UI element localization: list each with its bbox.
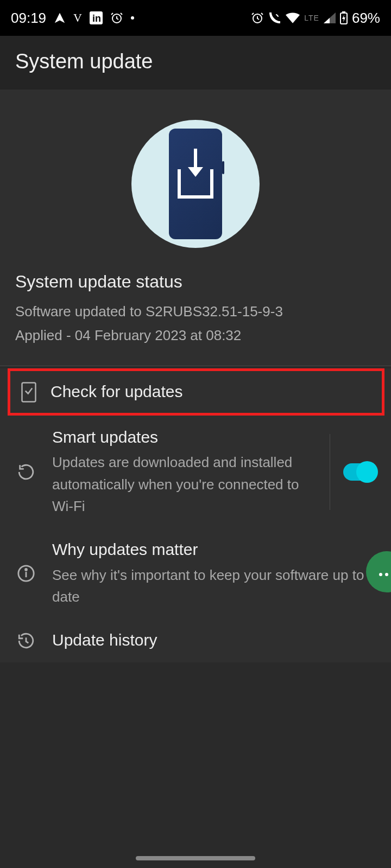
status-bar-right: LTE 69% (251, 10, 380, 27)
alarm-icon (110, 11, 123, 24)
why-updates-matter-item[interactable]: Why updates matter See why it's importan… (0, 528, 391, 618)
applied-date-text: Applied - 04 February 2023 at 08:32 (15, 323, 376, 347)
battery-charging-icon (340, 11, 348, 24)
svg-text:in: in (92, 13, 101, 24)
divider (0, 366, 391, 366)
notification-dot-icon (131, 16, 134, 20)
home-indicator[interactable] (136, 856, 255, 860)
page-title: System update (15, 50, 376, 73)
smart-updates-toggle[interactable] (343, 463, 376, 481)
why-updates-desc: See why it's important to keep your soft… (52, 564, 376, 608)
smart-updates-desc: Updates are downloaded and installed aut… (52, 451, 314, 517)
phone-download-illustration (131, 120, 260, 248)
why-updates-label: Why updates matter (52, 539, 376, 561)
svg-point-10 (379, 573, 382, 576)
smart-updates-item[interactable]: Smart updates Updates are downloaded and… (0, 416, 391, 528)
battery-text: 69% (352, 10, 380, 27)
alarm-status-icon (251, 11, 264, 24)
v-badge-icon: V (73, 11, 82, 25)
phone-check-icon (18, 381, 40, 403)
update-status-section: System update status Software updated to… (0, 90, 391, 366)
wifi-icon (286, 12, 300, 23)
lte-label: LTE (304, 14, 319, 22)
settings-menu: Check for updates Smart updates Updates … (0, 368, 391, 662)
update-history-label: Update history (52, 629, 376, 652)
software-version-text: Software updated to S2RUBS32.51-15-9-3 (15, 299, 376, 323)
svg-point-11 (385, 573, 388, 576)
phone-icon (169, 129, 222, 239)
smart-updates-label: Smart updates (52, 426, 314, 449)
phone-wifi-icon (268, 11, 281, 24)
status-text-block: System update status Software updated to… (15, 272, 376, 347)
info-icon (15, 564, 37, 583)
download-into-tray-icon (178, 169, 213, 199)
svg-point-9 (26, 569, 27, 570)
linkedin-icon: in (90, 11, 103, 24)
refresh-icon (15, 463, 37, 481)
annotation-highlight: Check for updates (8, 368, 384, 416)
status-bar: 09:19 V in LTE 69% (0, 0, 391, 36)
status-bar-left: 09:19 V in (11, 10, 134, 27)
clock-text: 09:19 (11, 10, 46, 27)
app-header: System update (0, 36, 391, 90)
update-history-item[interactable]: Update history (0, 618, 391, 662)
check-for-updates-label: Check for updates (51, 381, 374, 403)
signal-icon (324, 12, 336, 23)
status-title: System update status (15, 272, 376, 292)
check-for-updates-item[interactable]: Check for updates (10, 371, 382, 413)
svg-rect-5 (342, 11, 345, 13)
history-icon (15, 631, 37, 650)
smart-updates-toggle-container (330, 434, 376, 510)
more-horizontal-icon (379, 563, 391, 580)
send-icon (54, 12, 66, 24)
